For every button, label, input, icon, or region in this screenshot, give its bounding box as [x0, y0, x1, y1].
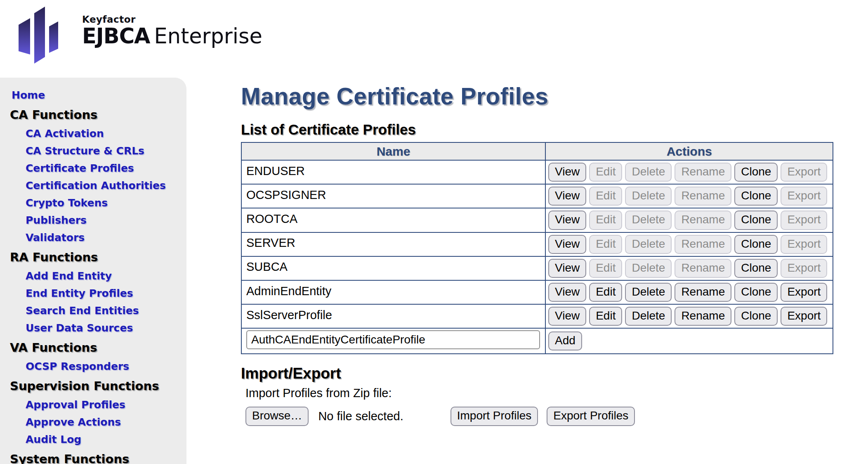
file-status-text: No file selected.: [318, 410, 403, 423]
action-button-export: Export: [781, 235, 827, 254]
sidebar-heading-ra-functions: RA Functions: [10, 250, 186, 264]
sidebar-item-certification-authorities[interactable]: Certification Authorities: [26, 180, 186, 192]
profile-name: SslServerProfile: [241, 304, 545, 328]
profile-name: AdminEndEntity: [241, 280, 545, 304]
action-button-delete: Delete: [625, 187, 672, 206]
action-button-delete[interactable]: Delete: [625, 283, 672, 302]
profile-actions: ViewEditDeleteRenameCloneExport: [545, 232, 833, 256]
action-button-export[interactable]: Export: [781, 307, 827, 326]
action-button-export[interactable]: Export: [781, 283, 827, 302]
profile-row-enduser: ENDUSERViewEditDeleteRenameCloneExport: [241, 160, 833, 184]
import-export-heading: Import/Export: [241, 365, 825, 382]
action-button-clone[interactable]: Clone: [734, 211, 778, 230]
sidebar-heading-ca-functions: CA Functions: [10, 108, 186, 122]
action-button-rename: Rename: [675, 163, 731, 182]
profile-name: SUBCA: [241, 256, 545, 280]
table-header: Name Actions: [241, 142, 833, 160]
new-profile-name-input[interactable]: [246, 330, 540, 349]
certificate-profiles-table: Name Actions ENDUSERViewEditDeleteRename…: [241, 142, 833, 354]
action-button-edit: Edit: [589, 187, 622, 206]
logo-text: Keyfactor EJBCAEnterprise: [82, 5, 262, 49]
profile-row-subca: SUBCAViewEditDeleteRenameCloneExport: [241, 256, 833, 280]
action-button-clone[interactable]: Clone: [734, 307, 778, 326]
profile-row-rootca: ROOTCAViewEditDeleteRenameCloneExport: [241, 208, 833, 232]
sidebar-item-home[interactable]: Home: [12, 89, 186, 101]
sidebar-item-ca-structure-crls[interactable]: CA Structure & CRLs: [26, 145, 186, 157]
action-button-edit: Edit: [589, 163, 622, 182]
action-button-rename: Rename: [675, 187, 731, 206]
profile-actions: ViewEditDeleteRenameCloneExport: [545, 280, 833, 304]
profile-row-server: SERVERViewEditDeleteRenameCloneExport: [241, 232, 833, 256]
profiles-table-body: ENDUSERViewEditDeleteRenameCloneExportOC…: [241, 160, 833, 328]
action-button-rename[interactable]: Rename: [675, 307, 731, 326]
action-button-clone[interactable]: Clone: [734, 187, 778, 206]
page-header: Keyfactor EJBCAEnterprise: [0, 0, 868, 78]
sidebar-item-ca-activation[interactable]: CA Activation: [26, 128, 186, 140]
action-button-delete: Delete: [625, 211, 672, 230]
action-button-view[interactable]: View: [548, 211, 586, 230]
action-button-delete: Delete: [625, 163, 672, 182]
sidebar-item-crypto-tokens[interactable]: Crypto Tokens: [26, 197, 186, 209]
action-button-delete[interactable]: Delete: [625, 307, 672, 326]
action-button-clone[interactable]: Clone: [734, 235, 778, 254]
sidebar-item-add-end-entity[interactable]: Add End Entity: [26, 270, 186, 282]
sidebar-heading-system-functions: System Functions: [10, 452, 186, 464]
add-profile-section: Add: [241, 328, 833, 354]
action-button-rename[interactable]: Rename: [675, 283, 731, 302]
import-profiles-button[interactable]: Import Profiles: [451, 407, 538, 426]
main-content: Manage Certificate Profiles List of Cert…: [241, 78, 825, 426]
logo-product-line: EJBCAEnterprise: [82, 24, 262, 49]
sidebar-item-approve-actions[interactable]: Approve Actions: [26, 416, 186, 428]
logo-edition: Enterprise: [154, 24, 262, 48]
sidebar-item-approval-profiles[interactable]: Approval Profiles: [26, 399, 186, 411]
keyfactor-logo-icon: [18, 5, 61, 64]
action-button-view[interactable]: View: [548, 187, 586, 206]
profile-name: OCSPSIGNER: [241, 184, 545, 208]
profile-actions: ViewEditDeleteRenameCloneExport: [545, 304, 833, 328]
profile-row-adminendentity: AdminEndEntityViewEditDeleteRenameCloneE…: [241, 280, 833, 304]
action-button-view[interactable]: View: [548, 259, 586, 278]
action-button-clone[interactable]: Clone: [734, 259, 778, 278]
sidebar-item-validators[interactable]: Validators: [26, 232, 186, 244]
import-export-controls: Browse… No file selected. Import Profile…: [245, 407, 825, 426]
action-button-delete: Delete: [625, 235, 672, 254]
logo-brand: Keyfactor: [82, 15, 262, 24]
sidebar-item-user-data-sources[interactable]: User Data Sources: [26, 322, 186, 334]
sidebar-item-publishers[interactable]: Publishers: [26, 214, 186, 226]
action-button-export: Export: [781, 259, 827, 278]
sidebar-item-certificate-profiles[interactable]: Certificate Profiles: [26, 162, 186, 174]
column-header-name: Name: [241, 142, 545, 160]
profile-name: ROOTCA: [241, 208, 545, 232]
action-button-edit[interactable]: Edit: [589, 307, 622, 326]
sidebar-item-search-end-entities[interactable]: Search End Entities: [26, 305, 186, 317]
action-button-rename: Rename: [675, 211, 731, 230]
action-button-edit: Edit: [589, 211, 622, 230]
action-button-export: Export: [781, 187, 827, 206]
sidebar-item-end-entity-profiles[interactable]: End Entity Profiles: [26, 287, 186, 299]
logo-product: EJBCA: [82, 24, 150, 48]
column-header-actions: Actions: [545, 142, 833, 160]
action-button-export: Export: [781, 211, 827, 230]
action-button-view[interactable]: View: [548, 235, 586, 254]
profile-actions: ViewEditDeleteRenameCloneExport: [545, 160, 833, 184]
profile-actions: ViewEditDeleteRenameCloneExport: [545, 256, 833, 280]
sidebar-heading-va-functions: VA Functions: [10, 341, 186, 355]
action-button-view[interactable]: View: [548, 283, 586, 302]
action-button-edit: Edit: [589, 235, 622, 254]
browse-file-button[interactable]: Browse…: [245, 407, 309, 426]
export-profiles-button[interactable]: Export Profiles: [547, 407, 635, 426]
add-profile-row: Add: [241, 328, 833, 354]
action-button-clone[interactable]: Clone: [734, 283, 778, 302]
action-button-edit: Edit: [589, 259, 622, 278]
action-button-clone[interactable]: Clone: [734, 163, 778, 182]
add-profile-button[interactable]: Add: [548, 331, 582, 350]
profile-actions: ViewEditDeleteRenameCloneExport: [545, 208, 833, 232]
sidebar-item-audit-log[interactable]: Audit Log: [26, 433, 186, 445]
action-button-export: Export: [781, 163, 827, 182]
action-button-view[interactable]: View: [548, 307, 586, 326]
sidebar-item-ocsp-responders[interactable]: OCSP Responders: [26, 360, 186, 372]
import-instruction: Import Profiles from Zip file:: [245, 386, 825, 400]
action-button-rename: Rename: [675, 235, 731, 254]
action-button-edit[interactable]: Edit: [589, 283, 622, 302]
action-button-view[interactable]: View: [548, 163, 586, 182]
